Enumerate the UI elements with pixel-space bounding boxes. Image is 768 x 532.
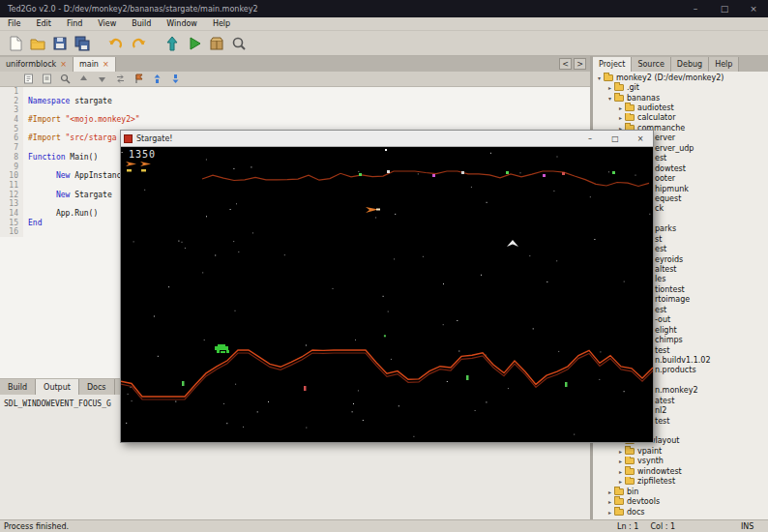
modules-icon[interactable] [205,32,227,54]
toolbar [0,31,768,56]
tree-item-devtools[interactable]: ▸devtools [593,496,768,506]
tab-main[interactable]: main× [74,57,116,72]
save-icon[interactable] [48,32,71,54]
game-maximize-icon[interactable]: □ [603,131,628,146]
expand-icon[interactable]: ▸ [616,458,625,464]
line-number: 2 [0,97,23,106]
tree-item-docs[interactable]: ▸docs [593,507,768,517]
tab-uniformblock[interactable]: uniformblock× [0,57,74,72]
code-line-3[interactable]: 3 [0,105,590,115]
save-all-icon[interactable] [71,32,93,54]
line-number: 5 [0,125,23,134]
expand-icon[interactable]: ▸ [616,478,625,485]
prev-tab-button[interactable]: < [559,58,572,70]
find-icon[interactable] [227,32,250,54]
tree-item-vpaint[interactable]: ▸vpaint [593,446,768,456]
tree-item-label: ooter [655,174,675,183]
close-tab-icon[interactable]: × [103,60,109,69]
undo-icon[interactable] [104,32,127,54]
menu-help[interactable]: Help [205,17,238,30]
tab-help[interactable]: Help [709,57,739,72]
game-minimize-icon[interactable]: – [577,131,603,146]
next-tab-button[interactable]: > [574,58,586,70]
tree-item-audiotest[interactable]: ▸audiotest [593,103,768,112]
code-text: Function Main() [23,153,98,163]
maximize-icon[interactable]: □ [710,0,739,17]
folder-icon [614,84,624,91]
collapse-icon[interactable]: ▾ [606,95,614,102]
menubar: FileEditFindViewBuildWindowHelp [0,17,768,31]
build-icon[interactable] [161,32,183,54]
next-bookmark-icon[interactable] [168,73,182,86]
game-viewport[interactable]: 1350 [121,147,653,442]
game-titlebar[interactable]: Stargate! – □ × [121,131,653,147]
prev-bookmark-icon[interactable] [150,73,163,86]
find-next-icon[interactable] [95,73,108,86]
column-indicator: Col : 1 [650,522,675,531]
open-file-icon[interactable] [26,32,48,54]
code-line-4[interactable]: 4#Import "<mojo.monkey2>" [0,115,590,125]
redo-icon[interactable] [127,32,149,54]
tree-item-label: vpaint [637,447,662,456]
tree-item-bin[interactable]: ▸bin [593,487,768,496]
tab-debug[interactable]: Debug [671,57,709,72]
tree-item-label: equest [655,194,681,203]
tree-item-monkey2-d-dev-monkey2-[interactable]: ▾monkey2 (D:/dev/monkey2) [593,73,768,82]
folder-icon [625,114,635,121]
tab-project[interactable]: Project [593,57,632,72]
expand-icon[interactable]: ▸ [616,448,625,455]
new-file-icon[interactable] [4,32,26,54]
tab-source[interactable]: Source [632,57,670,72]
collapse-icon[interactable]: ▾ [595,74,604,81]
tab-build[interactable]: Build [0,379,36,395]
tab-docs[interactable]: Docs [79,379,115,395]
expand-icon[interactable]: ▸ [606,509,614,516]
expand-icon[interactable]: ▸ [606,84,614,91]
close-tab-icon[interactable]: × [60,60,67,69]
expand-icon[interactable]: ▸ [616,114,625,121]
expand-icon[interactable]: ▸ [616,468,625,475]
comment-icon[interactable] [21,73,35,86]
game-canvas [121,147,653,442]
tree-item-label: est [655,154,666,163]
menu-view[interactable]: View [90,17,124,30]
code-line-1[interactable]: 1 [0,87,590,97]
menu-build[interactable]: Build [124,17,159,30]
find-icon[interactable] [58,73,72,86]
code-text: Namespace stargate [23,97,112,106]
tab-output[interactable]: Output [36,379,79,395]
minimize-icon[interactable]: – [681,0,710,17]
tree-item-vsynth[interactable]: ▸vsynth [593,457,768,466]
uncomment-icon[interactable] [40,73,53,86]
menu-edit[interactable]: Edit [28,17,59,30]
tree-item-calculator[interactable]: ▸calculator [593,113,768,123]
tree-item-label: test [655,417,669,426]
tree-item-zipfiletest[interactable]: ▸zipfiletest [593,477,768,487]
bookmark-icon[interactable] [132,73,145,86]
find-prev-icon[interactable] [76,73,90,86]
menu-window[interactable]: Window [159,17,205,30]
expand-icon[interactable]: ▸ [616,104,625,111]
menu-file[interactable]: File [0,17,28,30]
tree-item-label: docs [627,508,645,517]
expand-icon[interactable]: ▸ [606,488,614,495]
code-line-2[interactable]: 2Namespace stargate [0,97,590,106]
folder-icon [614,509,624,516]
output-text: SDL_WINDOWEVENT_FOCUS_G [4,399,111,408]
tree-item--git[interactable]: ▸.git [593,82,768,92]
tree-item-label: n.products [655,366,696,374]
tab-label: uniformblock [6,60,56,69]
stargate-game-window[interactable]: Stargate! – □ × 1350 [120,130,654,443]
tree-item-label: vsynth [637,457,664,465]
game-close-icon[interactable]: × [628,131,653,146]
code-text: App.Run() [23,209,98,219]
tree-item-label: bin [627,488,638,496]
game-score: 1350 [129,149,156,160]
expand-icon[interactable]: ▸ [606,498,614,505]
tree-item-windowtest[interactable]: ▸windowtest [593,466,768,476]
tree-item-bananas[interactable]: ▾bananas [593,93,768,103]
close-icon[interactable]: × [739,0,768,17]
replace-icon[interactable] [113,73,127,86]
run-icon[interactable] [183,32,205,54]
menu-find[interactable]: Find [59,17,90,30]
